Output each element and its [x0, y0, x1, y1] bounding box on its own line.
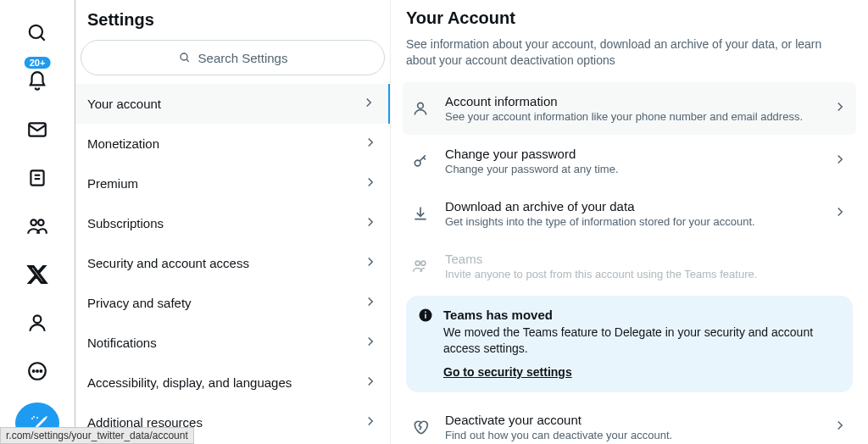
settings-item-security[interactable]: Security and account access: [75, 243, 390, 283]
chevron-right-icon: [363, 334, 378, 352]
search-placeholder: Search Settings: [198, 51, 288, 65]
chevron-right-icon: [363, 254, 378, 272]
svg-line-14: [186, 59, 189, 62]
chevron-right-icon: [363, 374, 378, 391]
more-nav-icon[interactable]: [16, 351, 58, 391]
settings-item-label: Notifications: [87, 336, 157, 350]
detail-item-title: Download an archive of your data: [445, 199, 817, 214]
svg-point-0: [30, 25, 42, 38]
settings-item-your-account[interactable]: Your account: [75, 84, 390, 124]
settings-column: Settings Search Settings Your account Mo…: [75, 0, 391, 444]
settings-item-label: Subscriptions: [87, 216, 164, 230]
status-bar-url: r.com/settings/your_twitter_data/account: [0, 427, 194, 444]
notice-link[interactable]: Go to security settings: [443, 365, 839, 379]
key-icon: [411, 153, 430, 169]
detail-item-change-password[interactable]: Change your password Change your passwor…: [403, 135, 856, 187]
detail-item-title: Change your password: [445, 147, 817, 161]
svg-rect-21: [425, 311, 426, 313]
svg-point-11: [36, 370, 38, 372]
detail-item-desc: Change your password at any time.: [445, 163, 817, 175]
svg-point-17: [415, 261, 420, 265]
chevron-right-icon: [832, 418, 848, 436]
svg-point-18: [421, 261, 426, 265]
settings-item-monetization[interactable]: Monetization: [75, 124, 390, 164]
detail-subtitle: See information about your account, down…: [403, 36, 856, 82]
svg-rect-20: [425, 314, 426, 318]
x-logo-nav-icon[interactable]: [16, 255, 58, 295]
people-icon: [411, 258, 430, 275]
svg-point-10: [33, 370, 35, 372]
person-icon: [411, 100, 430, 117]
nav-rail: 20+: [0, 0, 75, 444]
notice-body: We moved the Teams feature to Delegate i…: [443, 325, 839, 357]
chevron-right-icon: [832, 152, 848, 170]
svg-point-12: [40, 370, 42, 372]
svg-line-1: [41, 36, 45, 41]
settings-item-label: Your account: [87, 97, 161, 111]
detail-title: Your Account: [403, 5, 856, 36]
settings-item-label: Accessibility, display, and languages: [87, 375, 292, 390]
settings-item-notifications[interactable]: Notifications: [75, 323, 390, 363]
detail-item-desc: Get insights into the type of informatio…: [445, 215, 817, 228]
chevron-right-icon: [832, 99, 848, 118]
svg-point-16: [415, 160, 420, 166]
settings-item-label: Security and account access: [87, 256, 249, 270]
svg-point-15: [418, 103, 424, 108]
chevron-right-icon: [832, 204, 848, 223]
svg-point-7: [38, 219, 44, 225]
search-icon: [178, 51, 192, 64]
svg-point-6: [31, 219, 36, 225]
detail-column: Your Account See information about your …: [391, 0, 868, 444]
detail-item-title: Teams: [445, 252, 848, 266]
search-settings-input[interactable]: Search Settings: [81, 40, 385, 75]
detail-item-download-archive[interactable]: Download an archive of your data Get ins…: [403, 187, 856, 240]
chevron-right-icon: [361, 95, 376, 113]
chevron-right-icon: [363, 135, 378, 153]
detail-item-desc: Find out how you can deactivate your acc…: [445, 429, 817, 441]
detail-item-desc: Invite anyone to post from this account …: [445, 268, 848, 280]
heartbreak-icon: [411, 419, 430, 436]
settings-item-label: Monetization: [87, 136, 159, 151]
chevron-right-icon: [363, 413, 378, 431]
settings-title: Settings: [75, 5, 390, 40]
chevron-right-icon: [363, 175, 378, 192]
info-icon: [418, 308, 433, 323]
chevron-right-icon: [363, 294, 378, 312]
settings-item-subscriptions[interactable]: Subscriptions: [75, 203, 390, 243]
settings-item-accessibility[interactable]: Accessibility, display, and languages: [75, 363, 390, 402]
detail-item-account-info[interactable]: Account information See your account inf…: [403, 82, 856, 135]
settings-list: Your account Monetization Premium Subscr…: [75, 84, 390, 442]
search-nav-icon[interactable]: [16, 14, 58, 53]
messages-nav-icon[interactable]: [16, 110, 58, 150]
detail-item-teams: Teams Invite anyone to post from this ac…: [403, 240, 856, 292]
download-icon: [411, 205, 430, 222]
notifications-nav-icon[interactable]: 20+: [16, 62, 58, 102]
detail-item-title: Account information: [445, 94, 817, 108]
notification-badge: 20+: [25, 57, 51, 69]
settings-item-premium[interactable]: Premium: [75, 164, 390, 203]
communities-nav-icon[interactable]: [16, 207, 58, 247]
detail-item-desc: See your account information like your p…: [445, 110, 817, 123]
svg-point-13: [181, 53, 187, 60]
detail-item-deactivate[interactable]: Deactivate your account Find out how you…: [403, 401, 856, 444]
profile-nav-icon[interactable]: [16, 302, 58, 342]
teams-moved-notice: Teams has moved We moved the Teams featu…: [406, 296, 853, 392]
settings-item-label: Premium: [87, 176, 138, 191]
chevron-right-icon: [363, 214, 378, 232]
svg-point-8: [34, 315, 42, 323]
settings-item-label: Privacy and safety: [87, 296, 192, 310]
settings-item-privacy[interactable]: Privacy and safety: [75, 283, 390, 323]
lists-nav-icon[interactable]: [16, 158, 58, 198]
detail-item-title: Deactivate your account: [445, 413, 817, 427]
notice-title: Teams has moved: [443, 308, 839, 322]
